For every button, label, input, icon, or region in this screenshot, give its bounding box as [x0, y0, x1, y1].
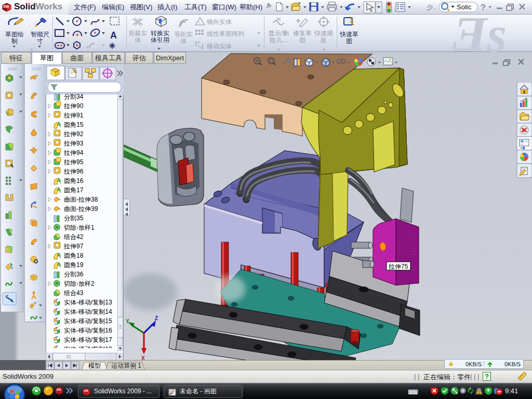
svg-text:圆角18: 圆角18	[64, 252, 84, 259]
svg-text:组合42: 组合42	[63, 233, 84, 241]
svg-text:实体-移动/复制17: 实体-移动/复制17	[64, 336, 112, 343]
svg-text:拉伸95: 拉伸95	[63, 158, 84, 166]
svg-text:拉伸90: 拉伸90	[63, 102, 84, 110]
svg-text:Z: Z	[155, 315, 158, 321]
svg-text:切除-放样2: 切除-放样2	[63, 280, 95, 287]
svg-text:圆角16: 圆角16	[64, 177, 84, 184]
svg-text:拉伸93: 拉伸93	[63, 140, 84, 147]
svg-text:圆角19: 圆角19	[64, 261, 84, 269]
svg-text:分割36: 分割36	[64, 271, 84, 278]
svg-text:Y: Y	[126, 318, 129, 324]
svg-text:SW: SW	[57, 388, 62, 391]
svg-text:实体-移动/复制15: 实体-移动/复制15	[64, 317, 112, 325]
svg-text:实体-移动/复制16: 实体-移动/复制16	[64, 327, 112, 334]
svg-text:模型: 模型	[88, 362, 101, 369]
svg-text:少..: 少..	[427, 4, 436, 11]
svg-text:9:41: 9:41	[505, 387, 518, 395]
svg-text:曲面-拉伸39: 曲面-拉伸39	[64, 205, 98, 212]
svg-text:拉伸92: 拉伸92	[63, 130, 84, 138]
svg-text:A: A	[110, 30, 117, 41]
svg-text:S: S	[522, 128, 525, 133]
svg-text:组合43: 组合43	[63, 289, 84, 297]
svg-text:拉伸91: 拉伸91	[63, 112, 84, 119]
svg-text:圆角17: 圆角17	[64, 187, 84, 194]
svg-text:实体-移动/复制13: 实体-移动/复制13	[64, 299, 112, 306]
svg-text:圆角15: 圆角15	[64, 121, 84, 128]
svg-text:拉伸75: 拉伸75	[388, 263, 408, 270]
svg-text:拉伸97: 拉伸97	[63, 243, 84, 250]
svg-text:实体-移动/复制14: 实体-移动/复制14	[64, 308, 112, 315]
svg-text:实体-移动/复制18: 实体-移动/复制18	[64, 345, 112, 348]
svg-text:曲面-拉伸38: 曲面-拉伸38	[64, 196, 98, 203]
svg-text:SW: SW	[3, 5, 9, 8]
svg-text:!: !	[198, 20, 200, 25]
svg-text:?: ?	[485, 373, 489, 380]
svg-text:拉伸96: 拉伸96	[63, 168, 84, 175]
svg-text:分割35: 分割35	[64, 215, 84, 222]
svg-text:!: !	[478, 390, 480, 395]
svg-text:分割34: 分割34	[64, 93, 84, 100]
svg-text:运动算例 1: 运动算例 1	[111, 362, 141, 369]
svg-text:拉伸94: 拉伸94	[63, 149, 84, 156]
svg-text:SW: SW	[84, 389, 89, 392]
svg-text:切除-放样1: 切除-放样1	[63, 224, 95, 231]
